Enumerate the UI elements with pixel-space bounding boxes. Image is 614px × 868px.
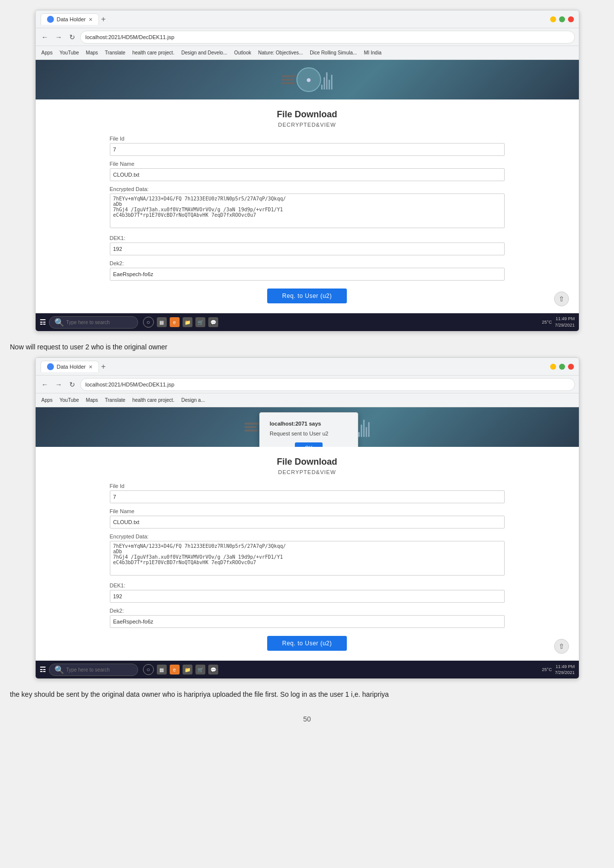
banner-bar-1c — [282, 82, 295, 84]
bookmark-design-2[interactable]: Design a... — [179, 396, 207, 404]
bookmark-outlook-1[interactable]: Outlook — [232, 49, 253, 56]
banner-bars-2 — [244, 423, 259, 432]
bookmark-maps-2[interactable]: Maps — [84, 396, 100, 404]
tab-new-2[interactable]: + — [101, 362, 105, 371]
taskbar-start-1[interactable]: ☶ — [40, 318, 46, 326]
taskbar-circle-icon-1[interactable]: ○ — [143, 317, 154, 328]
wc-maximize-2[interactable] — [559, 364, 565, 370]
taskbar-2: ☶ 🔍 ○ ▦ e 📁 🛒 💬 25°C 11:49 PM 7/29/2021 — [36, 661, 579, 678]
taskbar-time-1: 11:49 PM 7/29/2021 — [555, 316, 574, 328]
taskbar-icon-msg-1[interactable]: 💬 — [208, 317, 218, 327]
req-user2-btn-2[interactable]: Req. to User (u2) — [267, 636, 347, 651]
nav-back-1[interactable]: ← — [40, 32, 50, 42]
field-file-name-1: File Name — [110, 161, 505, 181]
nav-refresh-1[interactable]: ↻ — [67, 32, 77, 42]
page-banner-2: localhost:2071 says Request sent to User… — [36, 407, 579, 447]
nav-back-2[interactable]: ← — [40, 380, 50, 389]
page-number: 50 — [0, 705, 614, 733]
wf-b1 — [321, 85, 323, 90]
taskbar-start-2[interactable]: ☶ — [40, 666, 46, 674]
field-file-id-2: File Id — [110, 483, 505, 503]
tab-close-2[interactable]: ✕ — [89, 364, 93, 370]
bookmark-mi-1[interactable]: MI India — [362, 49, 383, 56]
label-encrypted-2: Encrypted Data: — [110, 533, 505, 539]
bookmark-nature-1[interactable]: Nature: Objectives... — [256, 49, 305, 56]
taskbar-circle-icon-2[interactable]: ○ — [143, 664, 154, 675]
field-dek1-2: DEK1: — [110, 582, 505, 603]
bookmark-translate-1[interactable]: Translate — [103, 49, 127, 56]
nav-forward-2[interactable]: → — [53, 380, 64, 389]
textarea-encrypted-2[interactable]: 7hEYv+mYqNA/1233+D4G/FQ 7h1233EEU0z7RlN0… — [110, 541, 505, 576]
textarea-encrypted-1[interactable]: 7hEYv+mYqNA/1233+D4G/FQ 7h1233EEU0z7RlN0… — [110, 193, 505, 228]
wc-close-1[interactable] — [568, 16, 574, 22]
input-dek2-1[interactable] — [110, 268, 505, 281]
search-icon-1: 🔍 — [54, 318, 64, 327]
bookmark-apps-2[interactable]: Apps — [40, 396, 55, 404]
field-dek1-1: DEK1: — [110, 235, 505, 255]
wf-b3 — [326, 72, 328, 90]
taskbar-search-input-2[interactable] — [66, 667, 131, 673]
scroll-up-btn-1[interactable]: ⇧ — [554, 291, 569, 306]
bookmark-design-1[interactable]: Design and Develo... — [179, 49, 229, 56]
label-dek1-2: DEK1: — [110, 582, 505, 588]
scroll-up-btn-2[interactable]: ⇧ — [554, 639, 569, 654]
field-encrypted-1: Encrypted Data: 7hEYv+mYqNA/1233+D4G/FQ … — [110, 186, 505, 230]
banner-bars-1 — [282, 75, 296, 84]
label-encrypted-1: Encrypted Data: — [110, 186, 505, 192]
bookmark-youtube-1[interactable]: YouTube — [57, 49, 81, 56]
taskbar-icon-browser-2[interactable]: e — [170, 665, 180, 675]
field-file-id-1: File Id — [110, 136, 505, 156]
window-controls-1 — [550, 16, 574, 22]
taskbar-icon-task-1[interactable]: ▦ — [157, 317, 167, 327]
browser-tabs-1: Data Holder ✕ + — [41, 13, 546, 25]
dialog-ok-btn[interactable]: OK — [295, 442, 323, 447]
wf2-b4 — [366, 427, 367, 437]
bookmark-health-1[interactable]: health care project. — [130, 49, 176, 56]
label-dek2-2: Dek2: — [110, 608, 505, 614]
nav-refresh-2[interactable]: ↻ — [67, 380, 77, 389]
taskbar-icon-store-2[interactable]: 🛒 — [195, 665, 205, 675]
browser-window-1: Data Holder ✕ + ← → ↻ Apps YouTube Maps … — [35, 10, 579, 332]
input-dek1-1[interactable] — [110, 242, 505, 255]
taskbar-search-input-1[interactable] — [66, 320, 131, 325]
browser-tab-2[interactable]: Data Holder ✕ — [41, 361, 99, 372]
bookmark-health-2[interactable]: health care project. — [130, 396, 176, 404]
banner-bar-1b — [282, 79, 294, 81]
taskbar-icon-folder-1[interactable]: 📁 — [183, 317, 192, 327]
wc-minimize-2[interactable] — [550, 364, 556, 370]
input-file-name-2[interactable] — [110, 516, 505, 529]
input-file-name-1[interactable] — [110, 168, 505, 181]
tab-close-1[interactable]: ✕ — [89, 17, 93, 22]
taskbar-icons-1: ○ ▦ e 📁 🛒 💬 — [143, 317, 218, 328]
address-bar-2[interactable] — [80, 378, 575, 391]
taskbar-search-2[interactable]: 🔍 — [49, 664, 138, 676]
tab-new-1[interactable]: + — [101, 15, 105, 24]
input-file-id-2[interactable] — [110, 490, 505, 503]
taskbar-icon-folder-2[interactable]: 📁 — [183, 665, 192, 675]
bookmark-dice-1[interactable]: Dice Rolling Simula... — [308, 49, 359, 56]
bookmark-translate-2[interactable]: Translate — [103, 396, 127, 404]
bookmark-youtube-2[interactable]: YouTube — [57, 396, 81, 404]
address-bar-1[interactable] — [80, 31, 575, 44]
browser-tab-1[interactable]: Data Holder ✕ — [41, 13, 99, 25]
taskbar-icon-browser-1[interactable]: e — [170, 317, 180, 327]
input-file-id-1[interactable] — [110, 143, 505, 156]
taskbar-icon-task-2[interactable]: ▦ — [157, 665, 167, 675]
wc-maximize-1[interactable] — [559, 16, 565, 22]
bookmark-apps-1[interactable]: Apps — [40, 49, 55, 56]
taskbar-search-1[interactable]: 🔍 — [49, 316, 138, 329]
taskbar-date-1: 7/29/2021 — [555, 322, 574, 329]
wc-close-2[interactable] — [568, 364, 574, 370]
wf-b4 — [329, 80, 330, 90]
taskbar-right-1: 25°C 11:49 PM 7/29/2021 — [542, 316, 574, 328]
input-dek2-2[interactable] — [110, 615, 505, 628]
wc-minimize-1[interactable] — [550, 16, 556, 22]
nav-forward-1[interactable]: → — [53, 32, 64, 42]
banner-bar-2b — [244, 426, 257, 428]
taskbar-icon-store-1[interactable]: 🛒 — [195, 317, 205, 327]
bookmark-maps-1[interactable]: Maps — [84, 49, 100, 56]
taskbar-icon-msg-2[interactable]: 💬 — [208, 665, 218, 675]
input-dek1-2[interactable] — [110, 590, 505, 603]
label-dek1-1: DEK1: — [110, 235, 505, 241]
req-user2-btn-1[interactable]: Req. to User (u2) — [267, 289, 347, 303]
